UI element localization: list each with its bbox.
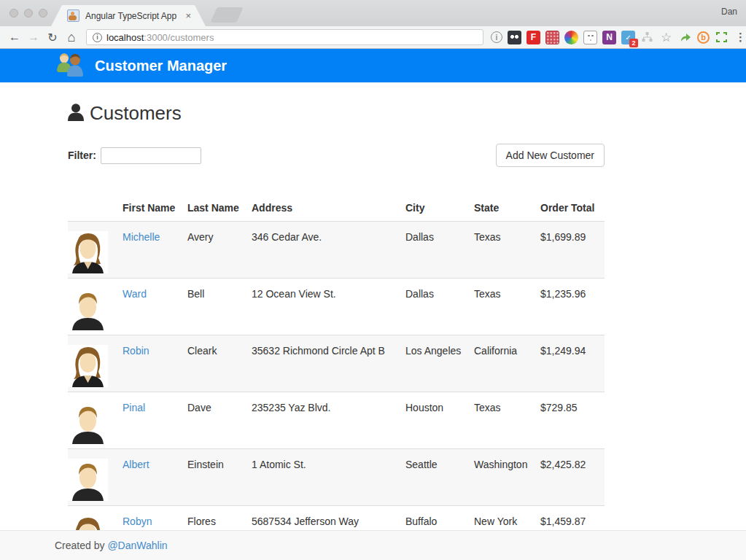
customer-first-name-link[interactable]: Pinal bbox=[123, 402, 145, 413]
browser-profile-name[interactable]: Dan bbox=[721, 7, 737, 17]
customer-last-name: Einstein bbox=[187, 449, 252, 506]
table-row: Robin Cleark 35632 Richmond Circle Apt B… bbox=[68, 335, 605, 392]
tab-title: Angular TypeScript App bbox=[85, 11, 179, 21]
customer-state: California bbox=[474, 335, 540, 392]
bitly-icon[interactable]: b bbox=[697, 31, 710, 44]
table-row: Pinal Dave 235235 Yaz Blvd. Houston Texa… bbox=[68, 392, 605, 449]
minimize-window-icon[interactable] bbox=[24, 9, 33, 18]
film-icon[interactable] bbox=[545, 31, 559, 44]
page-info-icon[interactable]: i bbox=[93, 33, 102, 42]
customer-last-name: Flores bbox=[187, 506, 252, 531]
screenshot-frame-icon[interactable] bbox=[715, 31, 728, 44]
sitemap-icon[interactable] bbox=[640, 31, 654, 44]
column-header-address: Address bbox=[252, 196, 405, 222]
window-controls bbox=[9, 9, 47, 18]
forward-button[interactable]: → bbox=[25, 28, 42, 46]
new-tab-button[interactable] bbox=[210, 7, 243, 23]
customer-last-name: Avery bbox=[187, 222, 252, 279]
customer-avatar bbox=[68, 335, 123, 392]
tab-close-icon[interactable]: × bbox=[185, 10, 191, 21]
customer-avatar bbox=[68, 506, 123, 531]
page-title: Customers bbox=[90, 102, 182, 125]
customer-last-name: Cleark bbox=[187, 335, 252, 392]
customer-avatar bbox=[68, 449, 123, 506]
add-new-customer-button[interactable]: Add New Customer bbox=[496, 144, 605, 167]
customer-state: Texas bbox=[474, 279, 540, 335]
filter-label: Filter: bbox=[68, 149, 96, 161]
customers-table: First Name Last Name Address City State … bbox=[68, 196, 605, 530]
browser-tab[interactable]: Angular TypeScript App × bbox=[51, 5, 206, 26]
customer-order-total: $729.85 bbox=[540, 392, 605, 449]
table-row: Ward Bell 12 Ocean View St. Dallas Texas… bbox=[68, 279, 605, 335]
zoom-window-icon[interactable] bbox=[39, 9, 47, 18]
filter-row: Filter: Add New Customer bbox=[68, 144, 605, 167]
column-header-order-total: Order Total bbox=[540, 196, 605, 222]
customer-order-total: $1,235.96 bbox=[540, 279, 605, 335]
customer-address: 235235 Yaz Blvd. bbox=[252, 392, 405, 449]
customer-state: Texas bbox=[474, 222, 540, 279]
extension-row: i F N ✓2 ☆ b ⋮ bbox=[491, 31, 746, 44]
address-bar[interactable]: i localhost:3000/customers bbox=[86, 29, 483, 45]
browser-toolbar: ← → ↻ ⌂ i localhost:3000/customers i F N… bbox=[0, 26, 746, 49]
customer-address: 346 Cedar Ave. bbox=[252, 222, 405, 279]
customer-first-name-link[interactable]: Albert bbox=[123, 459, 149, 470]
table-row: Albert Einstein 1 Atomic St. Seattle Was… bbox=[68, 449, 605, 506]
customer-address: 5687534 Jefferson Way bbox=[252, 506, 405, 531]
table-row: Robyn Flores 5687534 Jefferson Way Buffa… bbox=[68, 506, 605, 531]
url-text[interactable]: localhost:3000/customers bbox=[106, 32, 214, 43]
customer-first-name-link[interactable]: Ward bbox=[123, 288, 147, 300]
customer-city: Dallas bbox=[405, 222, 474, 279]
share-arrow-icon[interactable] bbox=[678, 31, 692, 44]
filter-input[interactable] bbox=[101, 147, 201, 164]
customer-address: 12 Ocean View St. bbox=[252, 279, 405, 335]
app-title[interactable]: Customer Manager bbox=[95, 58, 227, 74]
table-row: Michelle Avery 346 Cedar Ave. Dallas Tex… bbox=[68, 222, 605, 279]
customer-order-total: $1,249.94 bbox=[540, 335, 605, 392]
customer-first-name-link[interactable]: Robyn bbox=[123, 516, 152, 527]
customer-city: Buffalo bbox=[405, 506, 474, 531]
customer-order-total: $1,699.89 bbox=[540, 222, 605, 279]
two-people-icon bbox=[55, 52, 86, 79]
customer-address: 1 Atomic St. bbox=[252, 449, 405, 506]
customer-last-name: Bell bbox=[187, 279, 252, 335]
customer-city: Seattle bbox=[405, 449, 474, 506]
table-header-row: First Name Last Name Address City State … bbox=[68, 196, 605, 222]
customer-first-name-link[interactable]: Robin bbox=[123, 345, 149, 357]
onenote-icon[interactable]: N bbox=[602, 31, 616, 44]
customer-city: Los Angeles bbox=[405, 335, 474, 392]
face-icon[interactable] bbox=[583, 31, 597, 44]
customer-address: 35632 Richmond Circle Apt B bbox=[252, 335, 405, 392]
column-header-last-name: Last Name bbox=[187, 196, 252, 222]
flipboard-icon[interactable]: F bbox=[527, 31, 540, 44]
customer-avatar bbox=[68, 222, 123, 279]
customer-first-name-link[interactable]: Michelle bbox=[123, 231, 160, 243]
column-header-city: City bbox=[405, 196, 474, 222]
tab-favicon-icon bbox=[67, 9, 79, 22]
browser-window: Angular TypeScript App × Dan ← → ↻ ⌂ i l… bbox=[0, 0, 746, 560]
refresh-button[interactable]: ↻ bbox=[44, 28, 61, 46]
customer-order-total: $2,425.82 bbox=[540, 449, 605, 506]
owl-icon[interactable] bbox=[508, 31, 521, 44]
customer-city: Houston bbox=[405, 392, 474, 449]
url-path: :3000/customers bbox=[144, 32, 214, 43]
page-content: Customers Filter: Add New Customer First… bbox=[0, 82, 746, 530]
column-header-first-name: First Name bbox=[123, 196, 187, 222]
customer-last-name: Dave bbox=[187, 392, 252, 449]
footer-text: Created by bbox=[55, 540, 104, 551]
sync-icon[interactable]: ✓2 bbox=[621, 31, 635, 44]
home-button[interactable]: ⌂ bbox=[63, 28, 80, 46]
back-button[interactable]: ← bbox=[6, 28, 23, 46]
info-circle-icon[interactable]: i bbox=[491, 31, 502, 43]
customer-state: Texas bbox=[474, 392, 540, 449]
avatar-column-header bbox=[68, 196, 123, 222]
page-footer: Created by @DanWahlin bbox=[0, 530, 746, 560]
page-heading: Customers bbox=[68, 102, 605, 125]
customer-table-body: Michelle Avery 346 Cedar Ave. Dallas Tex… bbox=[68, 222, 605, 531]
bookmark-star-icon[interactable]: ☆ bbox=[659, 31, 673, 44]
footer-author-link[interactable]: @DanWahlin bbox=[107, 540, 167, 551]
browser-tab-bar: Angular TypeScript App × Dan bbox=[0, 0, 746, 26]
menu-dots-icon[interactable]: ⋮ bbox=[734, 31, 746, 44]
customer-state: New York bbox=[474, 506, 540, 531]
color-wheel-icon[interactable] bbox=[564, 31, 578, 44]
close-window-icon[interactable] bbox=[9, 9, 18, 18]
